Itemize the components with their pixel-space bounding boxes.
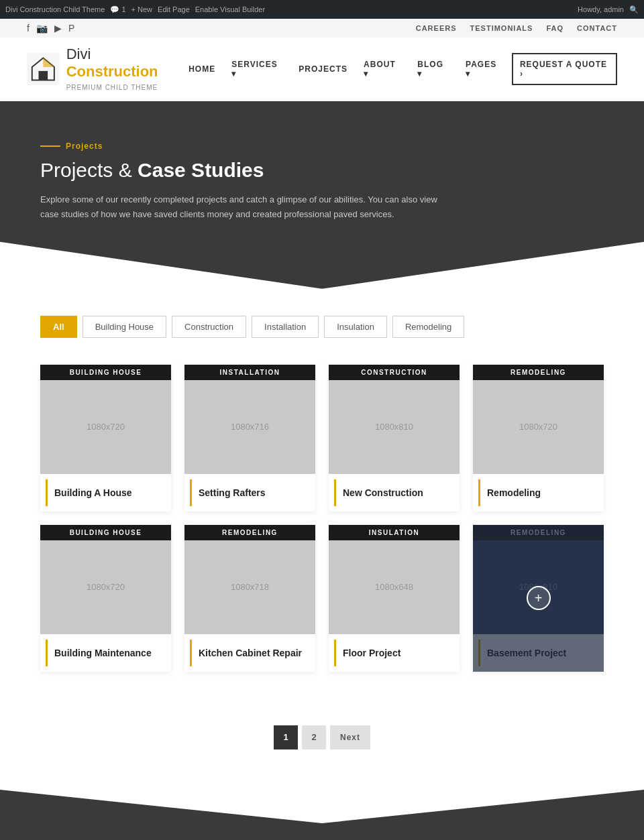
page-2-button[interactable]: 2	[302, 725, 326, 749]
filter-insulation[interactable]: Insulation	[324, 316, 387, 338]
admin-visual-builder[interactable]: Enable Visual Builder	[195, 5, 265, 13]
project-card[interactable]: REMODELING 1080x720 Remodeling	[473, 365, 604, 512]
top-testimonials-link[interactable]: TESTIMONIALS	[470, 24, 533, 32]
projects-hero: Projects Projects & Case Studies Explore…	[0, 101, 644, 289]
project-card[interactable]: CONSTRUCTION 1080x810 New Construction	[329, 365, 460, 512]
project-card[interactable]: INSULATION 1080x648 Floor Project	[329, 525, 460, 672]
top-youtube-icon[interactable]: ▶	[54, 23, 62, 34]
wave-svg	[0, 790, 644, 830]
card-title: Building A House	[46, 479, 166, 506]
project-card[interactable]: BUILDING HOUSE 1080x720 Building Mainten…	[40, 525, 171, 672]
admin-bar: Divi Construction Child Theme 💬 1 + New …	[0, 0, 644, 19]
project-card-basement[interactable]: REMODELING 1080x810 + Basement Project	[473, 525, 604, 672]
admin-edit[interactable]: Edit Page	[158, 5, 190, 13]
card-hover-overlay: +	[473, 525, 604, 672]
card-image: 1080x810	[329, 380, 460, 474]
top-contact-link[interactable]: CONTACT	[577, 24, 617, 32]
card-category: CONSTRUCTION	[329, 365, 460, 380]
pagination: 1 2 Next	[0, 712, 644, 790]
card-category: REMODELING	[473, 365, 604, 380]
projects-grid: BUILDING HOUSE 1080x720 Building A House…	[0, 351, 644, 712]
filter-section: All Building House Construction Installa…	[0, 289, 644, 351]
top-pinterest-icon[interactable]: P	[68, 23, 74, 34]
svg-rect-3	[39, 71, 48, 80]
top-utility-bar: f 📷 ▶ P CAREERS TESTIMONIALS FAQ CONTACT	[0, 19, 644, 38]
wave-separator	[0, 790, 644, 830]
card-title: Building Maintenance	[46, 640, 166, 666]
filter-building-house[interactable]: Building House	[83, 316, 166, 338]
card-title: Kitchen Cabinet Repair	[190, 640, 310, 666]
filter-all[interactable]: All	[40, 316, 77, 338]
admin-howdy: Howdy, admin	[578, 5, 624, 13]
filter-tabs: All Building House Construction Installa…	[40, 316, 604, 338]
card-category: BUILDING HOUSE	[40, 525, 171, 540]
card-title: Floor Project	[334, 640, 454, 666]
top-faq-link[interactable]: FAQ	[546, 24, 564, 32]
main-nav: HOME SERVICES ▾ PROJECTS ABOUT ▾ BLOG ▾ …	[182, 53, 617, 85]
card-category: INSULATION	[329, 525, 460, 540]
card-category: INSTALLATION	[184, 365, 315, 380]
admin-comments: 💬 1	[110, 5, 125, 14]
admin-site-name: Divi Construction Child Theme	[5, 5, 105, 13]
nav-pages[interactable]: PAGES ▾	[459, 54, 509, 84]
logo-sub: PREMIUM CHILD THEME	[66, 84, 158, 91]
logo-divi: Divi	[66, 46, 91, 62]
card-image: 1080x720	[40, 540, 171, 634]
hero-description: Explore some of our recently completed p…	[40, 192, 443, 222]
card-image: 1080x720	[40, 380, 171, 474]
page-1-button[interactable]: 1	[274, 725, 298, 749]
nav-home[interactable]: HOME	[182, 59, 222, 79]
filter-remodeling[interactable]: Remodeling	[392, 316, 464, 338]
project-card[interactable]: INSTALLATION 1080x716 Setting Rafters	[184, 365, 315, 512]
admin-search-icon[interactable]: 🔍	[629, 5, 639, 14]
card-title-new-construction: New Construction	[334, 479, 454, 506]
card-image: 1080x716	[184, 380, 315, 474]
filter-construction[interactable]: Construction	[172, 316, 246, 338]
project-card[interactable]: REMODELING 1080x718 Kitchen Cabinet Repa…	[184, 525, 315, 672]
top-facebook-icon[interactable]: f	[27, 23, 30, 34]
logo-icon	[27, 52, 60, 86]
card-category: REMODELING	[184, 525, 315, 540]
nav-blog[interactable]: BLOG ▾	[411, 54, 456, 84]
plus-icon: +	[527, 586, 551, 610]
request-quote-button[interactable]: Request A Quote ›	[512, 53, 617, 85]
nav-about[interactable]: ABOUT ▾	[357, 54, 408, 84]
card-image: 1080x720	[473, 380, 604, 474]
logo-text: Divi Construction PREMIUM CHILD THEME	[66, 46, 182, 93]
hero-eyebrow: Projects	[40, 141, 604, 151]
card-title: Setting Rafters	[190, 479, 310, 506]
top-careers-link[interactable]: CAREERS	[416, 24, 457, 32]
card-image: 1080x648	[329, 540, 460, 634]
hero-title: Projects & Case Studies	[40, 159, 604, 182]
nav-projects[interactable]: PROJECTS	[292, 59, 354, 79]
filter-installation[interactable]: Installation	[252, 316, 319, 338]
page-next-button[interactable]: Next	[330, 725, 370, 749]
top-social-icons: f 📷 ▶ P	[27, 23, 74, 34]
card-title: Remodeling	[478, 479, 598, 506]
logo[interactable]: Divi Construction PREMIUM CHILD THEME	[27, 38, 182, 101]
nav-services[interactable]: SERVICES ▾	[225, 54, 289, 84]
card-image: 1080x718	[184, 540, 315, 634]
site-header: Divi Construction PREMIUM CHILD THEME HO…	[0, 38, 644, 101]
newsletter-section: Subscribe To Our Newsletter Sign up to o…	[0, 830, 644, 840]
card-category: BUILDING HOUSE	[40, 365, 171, 380]
svg-marker-4	[0, 790, 644, 830]
top-instagram-icon[interactable]: 📷	[36, 23, 48, 34]
project-card[interactable]: BUILDING HOUSE 1080x720 Building A House	[40, 365, 171, 512]
logo-construction: Construction	[66, 63, 158, 80]
top-nav-links: CAREERS TESTIMONIALS FAQ CONTACT	[416, 24, 617, 32]
admin-new[interactable]: + New	[131, 5, 153, 13]
